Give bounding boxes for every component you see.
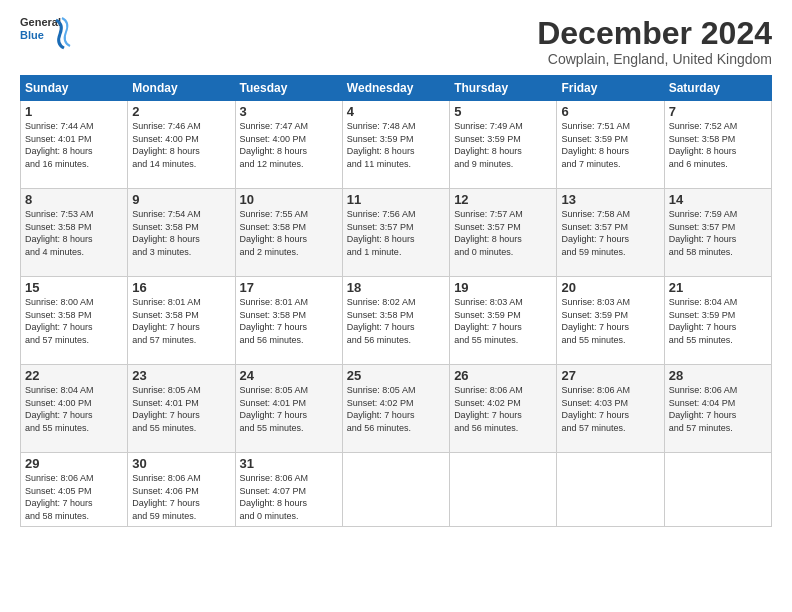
- logo-graphic: General Blue: [20, 16, 64, 56]
- day-info: Sunrise: 8:05 AMSunset: 4:01 PMDaylight:…: [240, 384, 338, 434]
- table-row: 7Sunrise: 7:52 AMSunset: 3:58 PMDaylight…: [664, 101, 771, 189]
- table-row: [557, 453, 664, 526]
- day-number: 18: [347, 280, 445, 295]
- logo-wave-icon: [52, 16, 72, 52]
- table-row: 6Sunrise: 7:51 AMSunset: 3:59 PMDaylight…: [557, 101, 664, 189]
- location: Cowplain, England, United Kingdom: [537, 51, 772, 67]
- logo-container: General Blue: [20, 16, 64, 56]
- day-info: Sunrise: 8:06 AMSunset: 4:02 PMDaylight:…: [454, 384, 552, 434]
- table-row: 10Sunrise: 7:55 AMSunset: 3:58 PMDayligh…: [235, 189, 342, 277]
- header-thursday: Thursday: [450, 76, 557, 101]
- logo: General Blue: [20, 16, 64, 56]
- table-row: 23Sunrise: 8:05 AMSunset: 4:01 PMDayligh…: [128, 365, 235, 453]
- table-row: 15Sunrise: 8:00 AMSunset: 3:58 PMDayligh…: [21, 277, 128, 365]
- title-block: December 2024 Cowplain, England, United …: [537, 16, 772, 67]
- day-number: 3: [240, 104, 338, 119]
- day-info: Sunrise: 8:01 AMSunset: 3:58 PMDaylight:…: [132, 296, 230, 346]
- table-row: 11Sunrise: 7:56 AMSunset: 3:57 PMDayligh…: [342, 189, 449, 277]
- table-row: 3Sunrise: 7:47 AMSunset: 4:00 PMDaylight…: [235, 101, 342, 189]
- day-number: 19: [454, 280, 552, 295]
- day-number: 23: [132, 368, 230, 383]
- calendar-table: Sunday Monday Tuesday Wednesday Thursday…: [20, 75, 772, 526]
- table-row: 21Sunrise: 8:04 AMSunset: 3:59 PMDayligh…: [664, 277, 771, 365]
- table-row: 28Sunrise: 8:06 AMSunset: 4:04 PMDayligh…: [664, 365, 771, 453]
- day-info: Sunrise: 8:00 AMSunset: 3:58 PMDaylight:…: [25, 296, 123, 346]
- day-number: 13: [561, 192, 659, 207]
- table-row: 27Sunrise: 8:06 AMSunset: 4:03 PMDayligh…: [557, 365, 664, 453]
- day-number: 8: [25, 192, 123, 207]
- day-number: 12: [454, 192, 552, 207]
- day-info: Sunrise: 8:04 AMSunset: 3:59 PMDaylight:…: [669, 296, 767, 346]
- header-monday: Monday: [128, 76, 235, 101]
- table-row: [664, 453, 771, 526]
- table-row: [342, 453, 449, 526]
- day-info: Sunrise: 8:06 AMSunset: 4:05 PMDaylight:…: [25, 472, 123, 522]
- day-info: Sunrise: 7:53 AMSunset: 3:58 PMDaylight:…: [25, 208, 123, 258]
- day-info: Sunrise: 8:05 AMSunset: 4:02 PMDaylight:…: [347, 384, 445, 434]
- day-info: Sunrise: 8:04 AMSunset: 4:00 PMDaylight:…: [25, 384, 123, 434]
- table-row: 14Sunrise: 7:59 AMSunset: 3:57 PMDayligh…: [664, 189, 771, 277]
- day-number: 15: [25, 280, 123, 295]
- day-info: Sunrise: 7:48 AMSunset: 3:59 PMDaylight:…: [347, 120, 445, 170]
- table-row: 24Sunrise: 8:05 AMSunset: 4:01 PMDayligh…: [235, 365, 342, 453]
- table-row: 29Sunrise: 8:06 AMSunset: 4:05 PMDayligh…: [21, 453, 128, 526]
- day-number: 9: [132, 192, 230, 207]
- table-row: 8Sunrise: 7:53 AMSunset: 3:58 PMDaylight…: [21, 189, 128, 277]
- day-number: 31: [240, 456, 338, 471]
- day-number: 14: [669, 192, 767, 207]
- day-info: Sunrise: 8:03 AMSunset: 3:59 PMDaylight:…: [454, 296, 552, 346]
- header-friday: Friday: [557, 76, 664, 101]
- day-info: Sunrise: 8:06 AMSunset: 4:04 PMDaylight:…: [669, 384, 767, 434]
- day-info: Sunrise: 8:06 AMSunset: 4:07 PMDaylight:…: [240, 472, 338, 522]
- table-row: 22Sunrise: 8:04 AMSunset: 4:00 PMDayligh…: [21, 365, 128, 453]
- table-row: 9Sunrise: 7:54 AMSunset: 3:58 PMDaylight…: [128, 189, 235, 277]
- table-row: 17Sunrise: 8:01 AMSunset: 3:58 PMDayligh…: [235, 277, 342, 365]
- day-info: Sunrise: 7:46 AMSunset: 4:00 PMDaylight:…: [132, 120, 230, 170]
- table-row: 30Sunrise: 8:06 AMSunset: 4:06 PMDayligh…: [128, 453, 235, 526]
- table-row: 5Sunrise: 7:49 AMSunset: 3:59 PMDaylight…: [450, 101, 557, 189]
- day-info: Sunrise: 7:55 AMSunset: 3:58 PMDaylight:…: [240, 208, 338, 258]
- header-saturday: Saturday: [664, 76, 771, 101]
- day-info: Sunrise: 7:56 AMSunset: 3:57 PMDaylight:…: [347, 208, 445, 258]
- table-row: 19Sunrise: 8:03 AMSunset: 3:59 PMDayligh…: [450, 277, 557, 365]
- day-info: Sunrise: 8:03 AMSunset: 3:59 PMDaylight:…: [561, 296, 659, 346]
- day-info: Sunrise: 7:54 AMSunset: 3:58 PMDaylight:…: [132, 208, 230, 258]
- header-tuesday: Tuesday: [235, 76, 342, 101]
- day-info: Sunrise: 7:44 AMSunset: 4:01 PMDaylight:…: [25, 120, 123, 170]
- table-row: 31Sunrise: 8:06 AMSunset: 4:07 PMDayligh…: [235, 453, 342, 526]
- day-info: Sunrise: 7:58 AMSunset: 3:57 PMDaylight:…: [561, 208, 659, 258]
- table-row: 26Sunrise: 8:06 AMSunset: 4:02 PMDayligh…: [450, 365, 557, 453]
- table-row: 4Sunrise: 7:48 AMSunset: 3:59 PMDaylight…: [342, 101, 449, 189]
- day-info: Sunrise: 8:02 AMSunset: 3:58 PMDaylight:…: [347, 296, 445, 346]
- day-number: 25: [347, 368, 445, 383]
- header: General Blue December 2024 Cowplain, Eng…: [20, 16, 772, 67]
- day-number: 17: [240, 280, 338, 295]
- table-row: 25Sunrise: 8:05 AMSunset: 4:02 PMDayligh…: [342, 365, 449, 453]
- day-number: 22: [25, 368, 123, 383]
- day-info: Sunrise: 8:06 AMSunset: 4:06 PMDaylight:…: [132, 472, 230, 522]
- day-number: 20: [561, 280, 659, 295]
- day-number: 2: [132, 104, 230, 119]
- day-number: 5: [454, 104, 552, 119]
- table-row: 16Sunrise: 8:01 AMSunset: 3:58 PMDayligh…: [128, 277, 235, 365]
- page: General Blue December 2024 Cowplain, Eng…: [0, 0, 792, 612]
- table-row: 18Sunrise: 8:02 AMSunset: 3:58 PMDayligh…: [342, 277, 449, 365]
- day-info: Sunrise: 8:06 AMSunset: 4:03 PMDaylight:…: [561, 384, 659, 434]
- day-info: Sunrise: 8:01 AMSunset: 3:58 PMDaylight:…: [240, 296, 338, 346]
- table-row: 1Sunrise: 7:44 AMSunset: 4:01 PMDaylight…: [21, 101, 128, 189]
- day-number: 21: [669, 280, 767, 295]
- day-number: 27: [561, 368, 659, 383]
- day-number: 4: [347, 104, 445, 119]
- table-row: 20Sunrise: 8:03 AMSunset: 3:59 PMDayligh…: [557, 277, 664, 365]
- day-info: Sunrise: 7:51 AMSunset: 3:59 PMDaylight:…: [561, 120, 659, 170]
- day-info: Sunrise: 7:49 AMSunset: 3:59 PMDaylight:…: [454, 120, 552, 170]
- day-number: 24: [240, 368, 338, 383]
- day-info: Sunrise: 7:57 AMSunset: 3:57 PMDaylight:…: [454, 208, 552, 258]
- month-title: December 2024: [537, 16, 772, 51]
- day-info: Sunrise: 7:47 AMSunset: 4:00 PMDaylight:…: [240, 120, 338, 170]
- day-number: 29: [25, 456, 123, 471]
- table-row: 13Sunrise: 7:58 AMSunset: 3:57 PMDayligh…: [557, 189, 664, 277]
- day-number: 7: [669, 104, 767, 119]
- day-number: 1: [25, 104, 123, 119]
- day-number: 16: [132, 280, 230, 295]
